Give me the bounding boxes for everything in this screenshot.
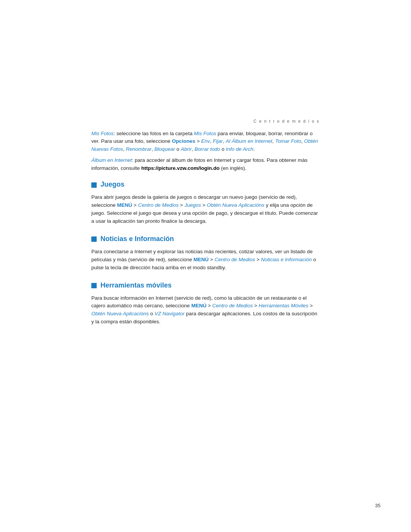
album-link[interactable]: Al Álbum en Internet (226, 138, 272, 144)
section-juegos-heading: Juegos (91, 179, 320, 190)
vz-navigator-link[interactable]: VZ Navigator (155, 311, 185, 316)
section-noticias-heading: Noticias e Información (91, 234, 320, 244)
herramientas-text-5: o (149, 311, 155, 316)
section-herramientas-heading: Herramientas móviles (91, 280, 320, 291)
bloquear-link[interactable]: Bloquear (155, 146, 175, 152)
mis-fotos-link-1[interactable]: Mis Fotos (91, 131, 114, 136)
intro-paragraph-1: Mis Fotos: seleccione las fotos en la ca… (91, 130, 320, 154)
section-juegos-title: Juegos (100, 179, 124, 190)
album-internet-link[interactable]: Álbum en Internet (91, 157, 132, 163)
herramientas-moviles-link[interactable]: Herramientas Móviles (259, 303, 309, 308)
intro-paragraph-2: Álbum en Internet: para acceder al álbum… (91, 157, 320, 173)
tomar-link[interactable]: Tomar Foto (275, 138, 301, 144)
abrir-link[interactable]: Abrir (181, 146, 192, 152)
noticias-menu: MENÚ (194, 257, 209, 262)
section-square-icon (91, 182, 97, 188)
section-juegos-body: Para abrir juegos desde la galería de ju… (91, 193, 320, 225)
section-noticias-body: Para conectarse a Internet y explorar la… (91, 248, 320, 272)
page-header: C e n t r o d e m e d i o s (91, 118, 320, 125)
juegos-text-3: > (178, 202, 184, 208)
section-square-icon-2 (91, 236, 97, 242)
renombrar-link[interactable]: Renombrar (126, 146, 152, 152)
intro-text-1: : seleccione las fotos en la carpeta (114, 131, 194, 136)
herramientas-text-3: > (253, 303, 258, 308)
section-noticias: Noticias e Información Para conectarse a… (91, 234, 320, 272)
juegos-centro-link[interactable]: Centro de Medios (138, 202, 179, 208)
section-herramientas: Herramientas móviles Para buscar informa… (91, 280, 320, 326)
fijar-link[interactable]: Fijar (213, 138, 223, 144)
intro-block: Mis Fotos: seleccione las fotos en la ca… (91, 130, 320, 173)
page-container: C e n t r o d e m e d i o s Mis Fotos: s… (0, 0, 411, 532)
env-link[interactable]: Env (201, 138, 210, 144)
content-area: C e n t r o d e m e d i o s Mis Fotos: s… (68, 0, 342, 326)
juegos-juegos-link[interactable]: Juegos (185, 202, 201, 208)
section-herramientas-title: Herramientas móviles (100, 280, 172, 291)
section-noticias-title: Noticias e Información (100, 234, 174, 244)
herramientas-obtener-link[interactable]: Obtén Nueva Aplicacións (91, 311, 149, 316)
mis-fotos-link-2[interactable]: Mis Fotos (194, 131, 216, 136)
chapter-title: C e n t r o d e m e d i o s (253, 119, 320, 123)
herramientas-text-4: > (308, 303, 313, 308)
page-number: 35 (375, 502, 381, 510)
herramientas-text-2: > (206, 303, 212, 308)
section-juegos: Juegos Para abrir juegos desde la galerí… (91, 179, 320, 225)
section-herramientas-body: Para buscar información en Internet (ser… (91, 294, 320, 326)
vzw-url[interactable]: https://picture.vzw.com/login.do (141, 165, 220, 171)
herramientas-centro-link[interactable]: Centro de Medios (212, 303, 253, 308)
noticias-noticias-link[interactable]: Noticias e Información (261, 257, 312, 262)
noticias-centro-link[interactable]: Centro de Medios (215, 257, 255, 262)
noticias-text-3: > (255, 257, 261, 262)
borrar-todo-link[interactable]: Borrar todo (194, 146, 220, 152)
juegos-text-2: > (132, 202, 138, 208)
juegos-text-4: > (201, 202, 207, 208)
juegos-obtener-link[interactable]: Obtén Nueva Aplicacións (207, 202, 264, 208)
noticias-text-2: > (209, 257, 214, 262)
section-square-icon-3 (91, 283, 97, 288)
herramientas-menu: MENÚ (191, 303, 207, 308)
info-arch-link[interactable]: Info de Arch (226, 146, 253, 152)
juegos-menu: MENÚ (117, 202, 132, 208)
